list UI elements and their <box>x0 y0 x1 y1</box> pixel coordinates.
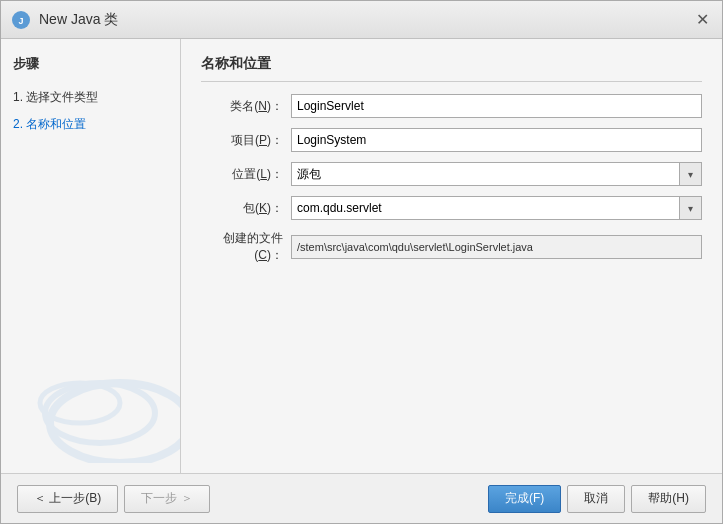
close-button[interactable]: ✕ <box>692 10 712 30</box>
main-panel: 名称和位置 类名(N)： 项目(P)： 位置(L)： ▾ 包 <box>181 39 722 473</box>
location-group: 位置(L)： ▾ <box>201 162 702 186</box>
package-label: 包(K)： <box>201 200 291 217</box>
project-input[interactable] <box>291 128 702 152</box>
created-file-display: /stem\src\java\com\qdu\servlet\LoginServ… <box>291 235 702 259</box>
sidebar-heading: 步骤 <box>13 55 168 73</box>
package-dropdown-btn[interactable]: ▾ <box>680 196 702 220</box>
dialog-window: J New Java 类 ✕ 步骤 1. 选择文件类型 2. 名称和位置 <box>0 0 723 524</box>
class-name-label: 类名(N)： <box>201 98 291 115</box>
next-button[interactable]: 下一步 ＞ <box>124 485 209 513</box>
package-group: 包(K)： ▾ <box>201 196 702 220</box>
step-2: 2. 名称和位置 <box>13 114 168 135</box>
steps-list: 1. 选择文件类型 2. 名称和位置 <box>13 87 168 135</box>
footer-action-buttons: 完成(F) 取消 帮助(H) <box>488 485 706 513</box>
title-bar: J New Java 类 ✕ <box>1 1 722 39</box>
location-input[interactable] <box>291 162 680 186</box>
step-2-label: 名称和位置 <box>26 117 86 131</box>
package-field: ▾ <box>291 196 702 220</box>
svg-text:J: J <box>18 16 23 26</box>
back-button[interactable]: ＜ 上一步(B) <box>17 485 118 513</box>
step-2-number: 2. <box>13 117 26 131</box>
class-name-input[interactable] <box>291 94 702 118</box>
created-file-label: 创建的文件(C)： <box>201 230 291 264</box>
sidebar: 步骤 1. 选择文件类型 2. 名称和位置 <box>1 39 181 473</box>
package-input[interactable] <box>291 196 680 220</box>
footer-nav-buttons: ＜ 上一步(B) 下一步 ＞ <box>17 485 210 513</box>
help-button[interactable]: 帮助(H) <box>631 485 706 513</box>
location-dropdown-btn[interactable]: ▾ <box>680 162 702 186</box>
location-field: ▾ <box>291 162 702 186</box>
title-left: J New Java 类 <box>11 10 118 30</box>
section-title: 名称和位置 <box>201 55 702 82</box>
created-file-group: 创建的文件(C)： /stem\src\java\com\qdu\servlet… <box>201 230 702 264</box>
footer: ＜ 上一步(B) 下一步 ＞ 完成(F) 取消 帮助(H) <box>1 473 722 523</box>
finish-button[interactable]: 完成(F) <box>488 485 561 513</box>
project-group: 项目(P)： <box>201 128 702 152</box>
java-icon: J <box>11 10 31 30</box>
cancel-button[interactable]: 取消 <box>567 485 625 513</box>
class-name-group: 类名(N)： <box>201 94 702 118</box>
step-1: 1. 选择文件类型 <box>13 87 168 108</box>
project-label: 项目(P)： <box>201 132 291 149</box>
step-1-number: 1. <box>13 90 26 104</box>
watermark-graphic <box>20 363 180 463</box>
content-area: 步骤 1. 选择文件类型 2. 名称和位置 名称和位置 类名(N)： <box>1 39 722 473</box>
svg-point-3 <box>45 383 155 443</box>
window-title: New Java 类 <box>39 11 118 29</box>
step-1-label: 选择文件类型 <box>26 90 98 104</box>
location-label: 位置(L)： <box>201 166 291 183</box>
